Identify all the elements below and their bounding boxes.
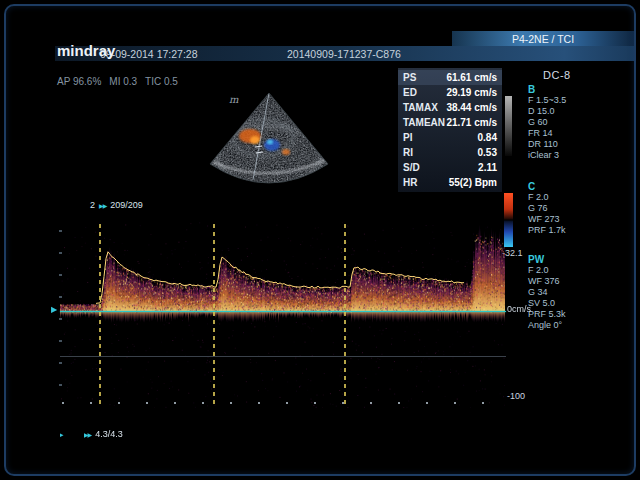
section-pw-header: PW: [528, 254, 566, 265]
section-c-header: C: [528, 181, 566, 192]
measurement-label: HR: [403, 177, 417, 188]
frame-number: 2: [90, 200, 95, 210]
measurement-row: ED 29.19 cm/s: [398, 85, 502, 100]
param-b-dynamic-range: DR 110: [528, 139, 566, 150]
measurement-row: TAMAX 38.44 cm/s: [398, 100, 502, 115]
time-axis-ticks: [62, 402, 506, 404]
measurement-label: ED: [403, 87, 417, 98]
min-velocity-label: -100: [507, 391, 525, 401]
measurement-value: 21.71 cm/s: [446, 117, 497, 128]
param-pw-frequency: F 2.0: [528, 265, 566, 276]
probe-indicator-bar: P4-2NE / TCI: [452, 31, 634, 47]
measurement-value: 61.61 cm/s: [446, 72, 497, 83]
measurement-row: PI 0.84: [398, 130, 502, 145]
param-pw-angle: Angle 0°: [528, 320, 566, 331]
mindray-logo: mindray: [57, 42, 115, 59]
measurement-value: 38.44 cm/s: [446, 102, 497, 113]
cine-icon: ▶▶: [99, 202, 106, 209]
doppler-baseline: [60, 311, 506, 312]
sidebar-section-b: B F 1.5~3.5 D 15.0 G 60 FR 14 DR 110 iCl…: [528, 84, 566, 161]
baseline-marker-icon: ▶: [51, 305, 57, 314]
exam-id-label: 20140909-171237-C876: [287, 48, 401, 60]
color-scale-value: -32.1: [502, 248, 523, 258]
measurement-label: TAMEAN: [403, 117, 445, 128]
cine-frame-counter: 2 ▶▶ 209/209: [90, 200, 143, 210]
grayscale-bar: [505, 96, 512, 156]
measurement-row: S/D 2.11: [398, 160, 502, 175]
param-c-gain: G 76: [528, 203, 566, 214]
param-pw-gain: G 34: [528, 287, 566, 298]
measure-cursor[interactable]: [99, 224, 101, 405]
sweep-time-indicator: ▶▶ 4.3/4.3: [84, 429, 123, 439]
measurement-label: RI: [403, 147, 413, 158]
param-b-depth: D 15.0: [528, 106, 566, 117]
param-b-framerate: FR 14: [528, 128, 566, 139]
section-b-header: B: [528, 84, 566, 95]
measurement-panel: PS 61.61 cm/s ED 29.19 cm/s TAMAX 38.44 …: [398, 68, 502, 192]
pw-spectral-trace: [60, 222, 505, 408]
param-pw-wall-filter: WF 376: [528, 276, 566, 287]
param-b-gain: G 60: [528, 117, 566, 128]
bmode-sector-image: [193, 90, 345, 190]
cine-counter-value: 209/209: [110, 200, 143, 210]
measure-cursor[interactable]: [344, 224, 346, 405]
sweep-icon: ▶▶: [84, 431, 91, 438]
measurement-row: TAMEAN 21.71 cm/s: [398, 115, 502, 130]
sweep-marker-icon: ▸: [60, 431, 64, 439]
thermal-index-label: TIC 0.5: [145, 76, 178, 87]
measurement-label: TAMAX: [403, 102, 438, 113]
param-pw-prf: PRF 5.3k: [528, 309, 566, 320]
acoustic-power-label: AP 96.6%: [57, 76, 101, 87]
measurement-label: PS: [403, 72, 416, 83]
measurement-value: 29.19 cm/s: [446, 87, 497, 98]
velocity-ruler: [59, 230, 62, 406]
param-b-iclear: iClear 3: [528, 150, 566, 161]
measurement-row: RI 0.53: [398, 145, 502, 160]
ultrasound-screen: P4-2NE / TCI 09-09-2014 17:27:28 2014090…: [0, 0, 640, 480]
param-b-frequency: F 1.5~3.5: [528, 95, 566, 106]
param-c-prf: PRF 1.7k: [528, 225, 566, 236]
measurement-value: 0.53: [478, 147, 497, 158]
probe-label: P4-2NE / TCI: [512, 33, 574, 45]
sweep-time-value: 4.3/4.3: [95, 429, 123, 439]
measurement-value: 55(2) Bpm: [449, 177, 497, 188]
acoustic-output-bar: AP 96.6% MI 0.3 TIC 0.5: [57, 76, 178, 87]
mechanical-index-label: MI 0.3: [109, 76, 137, 87]
system-model-label: DC-8: [543, 69, 571, 81]
measurement-value: 2.11: [478, 162, 497, 173]
color-doppler-scale-bar: [504, 193, 513, 247]
measurement-label: S/D: [403, 162, 420, 173]
sidebar-section-pw: PW F 2.0 WF 376 G 34 SV 5.0 PRF 5.3k Ang…: [528, 254, 566, 331]
measurement-row: PS 61.61 cm/s: [398, 70, 502, 85]
baseline-velocity-label: 0cm/s: [507, 304, 531, 314]
orientation-marker: m: [229, 94, 238, 105]
measurement-row: HR 55(2) Bpm: [398, 175, 502, 190]
sidebar-section-c: C F 2.0 G 76 WF 273 PRF 1.7k: [528, 181, 566, 236]
param-pw-sample-volume: SV 5.0: [528, 298, 566, 309]
param-c-wall-filter: WF 273: [528, 214, 566, 225]
measure-cursor[interactable]: [213, 224, 215, 405]
measurement-label: PI: [403, 132, 412, 143]
param-c-frequency: F 2.0: [528, 192, 566, 203]
measurement-value: 0.84: [478, 132, 497, 143]
velocity-gridline: [60, 356, 506, 357]
